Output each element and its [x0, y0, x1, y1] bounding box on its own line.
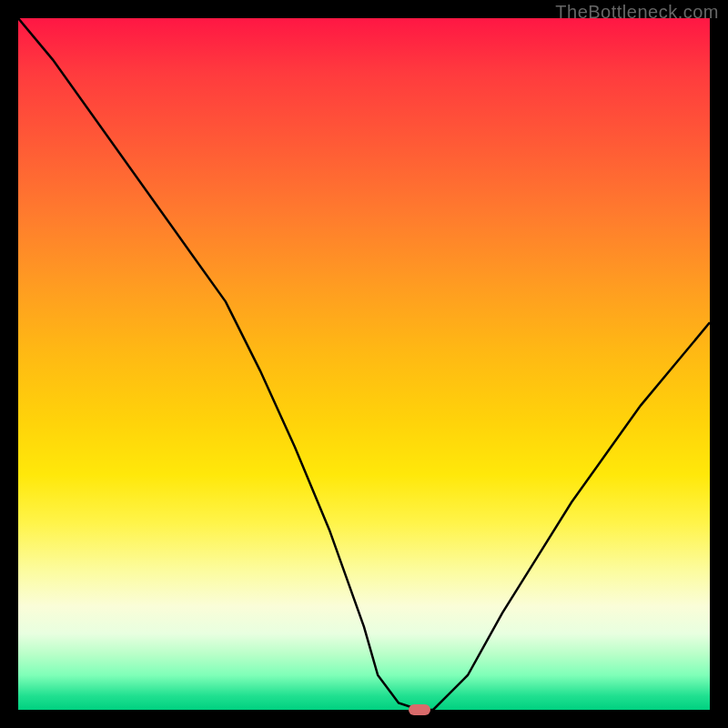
bottleneck-curve: [18, 18, 710, 710]
optimal-marker: [409, 704, 430, 715]
watermark-text: TheBottleneck.com: [555, 2, 719, 23]
curve-svg: [18, 18, 710, 710]
plot-area: [18, 18, 710, 710]
chart-frame: TheBottleneck.com: [0, 0, 728, 728]
